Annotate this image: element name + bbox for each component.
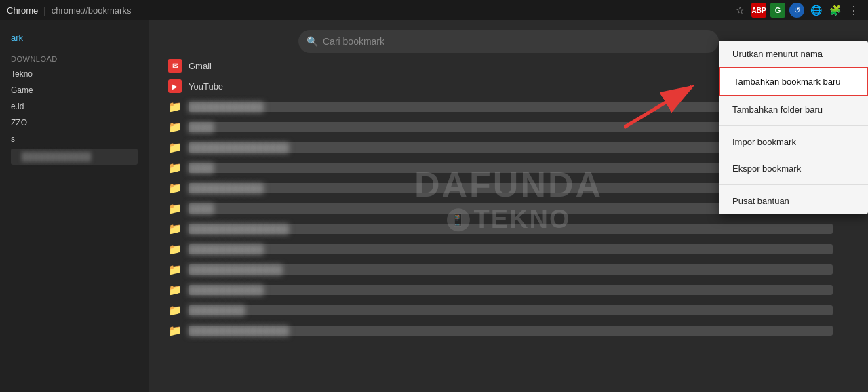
folder-icon-2: 📁 [168, 120, 182, 134]
bookmark-title-folder-11: █████████ [189, 305, 833, 315]
browser-label: Chrome [7, 5, 38, 16]
folder-icon-4: 📁 [168, 161, 182, 174]
folder-icon-1: 📁 [168, 100, 182, 113]
folder-icon-10: 📁 [168, 283, 182, 296]
bookmark-title-folder-10: ████████████ [189, 285, 833, 295]
abp-icon[interactable]: ABP [751, 3, 766, 18]
folder-icon-7: 📁 [168, 222, 182, 235]
bookmark-item-folder-7[interactable]: 📁 ████████████████ ⋮ [163, 218, 854, 239]
dropdown-item-export[interactable]: Ekspor bookmark [719, 155, 868, 182]
folder-icon-3: 📁 [168, 140, 182, 154]
dropdown-item-help[interactable]: Pusat bantuan [719, 188, 868, 214]
dropdown-menu: Urutkan menurut nama Tambahkan bookmark … [719, 41, 868, 214]
sidebar-item-zzzo[interactable]: ZZO [0, 115, 149, 131]
search-input[interactable] [298, 30, 719, 53]
extension-arrow-icon[interactable]: ↺ [789, 3, 804, 18]
sidebar-item-eid[interactable]: e.id [0, 98, 149, 115]
sidebar-item-tekno[interactable]: Tekno [0, 66, 149, 82]
sidebar-item-bookmark-bar[interactable]: ark [0, 27, 149, 48]
folder-icon-6: 📁 [168, 201, 182, 215]
extension-g-icon[interactable]: G [770, 3, 785, 18]
sidebar-section-download: DOWNLOAD [0, 48, 149, 66]
dropdown-item-add-bookmark[interactable]: Tambahkan bookmark baru [719, 67, 868, 96]
bookmark-title-folder-9: ███████████████ [189, 264, 833, 275]
dropdown-item-add-folder[interactable]: Tambahkan folder baru [719, 96, 868, 123]
globe-icon[interactable]: 🌐 [808, 3, 823, 18]
bookmark-content: 🔍 DAFUNDA 📱 TEKNO ✉ Gmail ⋮ ▶ YouTube [149, 20, 868, 392]
bookmark-item-folder-9[interactable]: 📁 ███████████████ ⋮ [163, 259, 854, 279]
sidebar: ark DOWNLOAD Tekno Game e.id ZZO s █████… [0, 20, 149, 392]
dropdown-divider-1 [719, 125, 868, 126]
sidebar-item-s[interactable]: s [0, 131, 149, 147]
bookmark-item-folder-12[interactable]: 📁 ████████████████ ⋮ [163, 320, 854, 340]
folder-icon-5: 📁 [168, 181, 182, 195]
sidebar-item-blurred[interactable]: ████████████ [11, 149, 138, 165]
three-dot-menu-icon[interactable]: ⋮ [846, 3, 861, 18]
youtube-favicon: ▶ [168, 79, 182, 93]
bookmark-item-folder-10[interactable]: 📁 ████████████ ⋮ [163, 279, 854, 300]
dropdown-item-sort[interactable]: Urutkan menurut nama [719, 41, 868, 67]
url-display: chrome://bookmarks [52, 5, 132, 16]
dropdown-item-import[interactable]: Impor bookmark [719, 129, 868, 155]
folder-icon-11: 📁 [168, 303, 182, 317]
folder-icon-12: 📁 [168, 324, 182, 337]
search-wrapper: 🔍 [298, 30, 719, 53]
dropdown-divider-2 [719, 184, 868, 185]
bookmark-item-folder-11[interactable]: 📁 █████████ ⋮ [163, 300, 854, 320]
folder-icon-9: 📁 [168, 262, 182, 276]
title-separator: | [43, 5, 45, 16]
bookmark-item-folder-8[interactable]: 📁 ████████████ ⋮ [163, 239, 854, 259]
puzzle-icon[interactable]: 🧩 [827, 3, 842, 18]
sidebar-item-game[interactable]: Game [0, 82, 149, 98]
bookmark-title-folder-7: ████████████████ [189, 224, 833, 234]
search-icon: 🔍 [307, 36, 318, 47]
gmail-favicon: ✉ [168, 59, 182, 73]
titlebar: Chrome | chrome://bookmarks ☆ ABP G ↺ 🌐 … [0, 0, 868, 20]
folder-icon-8: 📁 [168, 242, 182, 256]
star-icon[interactable]: ☆ [732, 3, 747, 18]
bookmark-title-folder-8: ████████████ [189, 244, 833, 254]
bookmark-title-folder-12: ████████████████ [189, 326, 833, 336]
titlebar-icons: ☆ ABP G ↺ 🌐 🧩 ⋮ [732, 3, 861, 18]
main-area: ark DOWNLOAD Tekno Game e.id ZZO s █████… [0, 20, 868, 392]
